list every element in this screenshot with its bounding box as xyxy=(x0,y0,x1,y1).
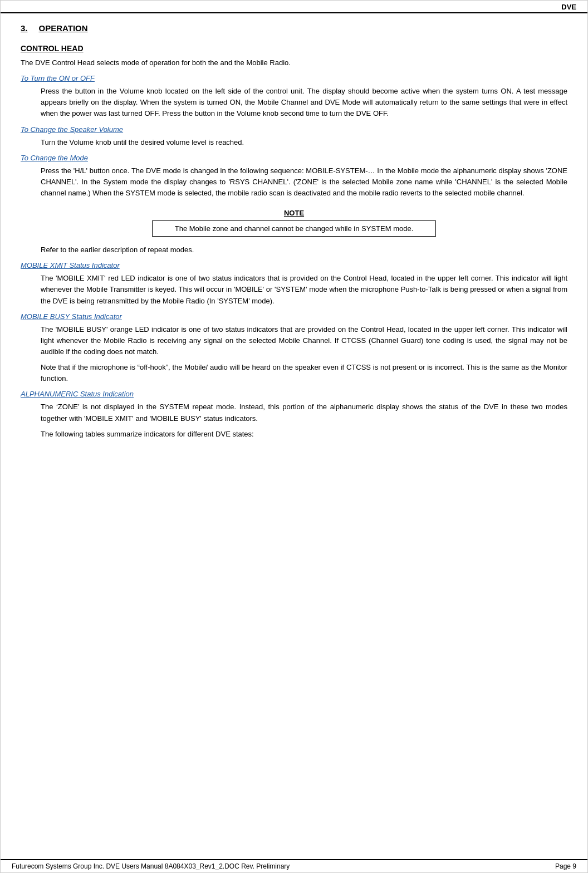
section-heading: 3. OPERATION xyxy=(21,23,88,33)
alphanumeric-body2: The following tables summarize indicator… xyxy=(41,429,567,440)
subsection-title-change-mode: To Change the Mode xyxy=(21,154,567,162)
note-title: NOTE xyxy=(21,209,567,217)
page-container: DVE 3. OPERATION CONTROL HEAD The DVE Co… xyxy=(0,0,588,873)
mobile-busy-body1: The 'MOBILE BUSY' orange LED indicator i… xyxy=(41,324,567,357)
subsection-body-change-mode: Press the 'H/L' button once. The DVE mod… xyxy=(41,165,567,199)
section-title: OPERATION xyxy=(39,23,88,33)
mobile-busy-body2: Note that if the microphone is “off-hook… xyxy=(41,362,567,384)
alphanumeric-title: ALPHANUMERIC Status Indication xyxy=(21,390,567,398)
header-title: DVE xyxy=(561,3,576,11)
page-content: 3. OPERATION CONTROL HEAD The DVE Contro… xyxy=(1,13,587,478)
control-head-heading: CONTROL HEAD xyxy=(21,44,567,53)
mobile-busy-title: MOBILE BUSY Status Indicator xyxy=(21,312,567,321)
alphanumeric-body1: The ‘ZONE’ is not displayed in the SYSTE… xyxy=(41,401,567,424)
note-section: NOTE The Mobile zone and channel cannot … xyxy=(21,209,567,237)
footer-left: Futurecom Systems Group Inc. DVE Users M… xyxy=(12,862,290,870)
subsection-body-change-volume: Turn the Volume knob until the desired v… xyxy=(41,137,567,148)
note-box: The Mobile zone and channel cannot be ch… xyxy=(152,220,437,237)
page-footer: Futurecom Systems Group Inc. DVE Users M… xyxy=(1,859,587,872)
subsection-title-change-volume: To Change the Speaker Volume xyxy=(21,125,567,134)
section-heading-row: 3. OPERATION xyxy=(21,23,567,38)
section-number: 3. xyxy=(21,23,28,33)
control-head-intro: The DVE Control Head selects mode of ope… xyxy=(21,57,567,68)
refer-text: Refer to the earlier description of repe… xyxy=(41,244,567,256)
footer-right: Page 9 xyxy=(555,862,576,870)
subsection-title-turn-on-off: To Turn the ON or OFF xyxy=(21,74,567,82)
page-header: DVE xyxy=(1,1,587,13)
mobile-xmit-title: MOBILE XMIT Status Indicator xyxy=(21,261,567,269)
subsection-body-turn-on-off: Press the button in the Volume knob loca… xyxy=(41,86,567,119)
mobile-xmit-body: The 'MOBILE XMIT' red LED indicator is o… xyxy=(41,273,567,306)
